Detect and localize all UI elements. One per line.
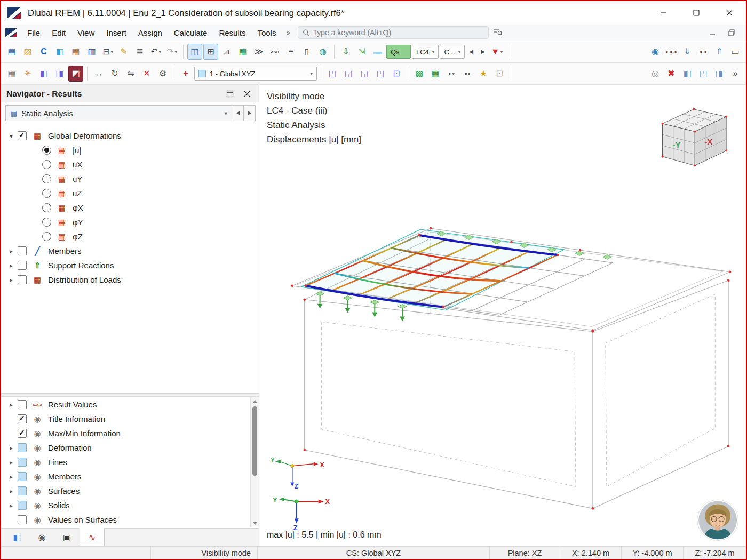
checkbox[interactable] xyxy=(18,515,27,524)
load-case-combo[interactable]: LC4 xyxy=(412,45,439,59)
decimal-places-button[interactable]: x.x xyxy=(696,44,711,60)
menu-insert[interactable]: Insert xyxy=(100,26,132,39)
measure-button[interactable]: ↔ xyxy=(91,66,106,82)
search-options-icon[interactable] xyxy=(493,28,503,37)
toolbar-overflow-button[interactable]: » xyxy=(728,66,743,82)
expander-icon[interactable] xyxy=(6,459,16,466)
open-model-button[interactable]: ▨ xyxy=(20,44,35,60)
checkbox[interactable] xyxy=(18,486,27,495)
previous-case-button[interactable]: ◀ xyxy=(466,44,476,60)
expander-icon[interactable] xyxy=(6,262,16,269)
radio-button[interactable] xyxy=(42,146,51,155)
materials-cart-button[interactable]: ▭ xyxy=(728,44,743,60)
export-sc-button[interactable]: >sc xyxy=(267,44,282,60)
trim-button[interactable]: ✕ xyxy=(139,66,154,82)
tab-data[interactable]: ◧ xyxy=(4,529,29,546)
child-minimize-button[interactable] xyxy=(705,27,719,38)
printout-report-button[interactable]: ≣ xyxy=(132,44,147,60)
expander-icon[interactable] xyxy=(6,487,16,495)
result-filter-button[interactable]: ▼ xyxy=(489,44,504,60)
tree-item-deformation[interactable]: Deformation xyxy=(1,441,250,455)
navigation-cube[interactable]: -Y -X xyxy=(662,108,728,167)
result-export-button[interactable]: ⇑ xyxy=(712,44,727,60)
comment-button[interactable]: ✎ xyxy=(116,44,131,60)
checkbox[interactable] xyxy=(18,443,27,452)
tree-item-maxmin-information[interactable]: Max/Min Information xyxy=(1,426,250,441)
mesh-settings-button[interactable]: ▦ xyxy=(428,66,443,82)
tree-item-phix[interactable]: φX xyxy=(1,201,250,215)
close-button[interactable] xyxy=(713,1,746,25)
zoom-region-button[interactable]: ◎ xyxy=(648,66,663,82)
coordinate-system-combo[interactable]: 1 - Global XYZ xyxy=(194,67,317,81)
workplane-xz-button[interactable]: ◨ xyxy=(52,66,67,82)
result-diagram-button[interactable]: ⊿ xyxy=(219,44,234,60)
radio-button[interactable] xyxy=(42,174,51,183)
analysis-type-combo[interactable]: ▤ Static Analysis xyxy=(5,105,232,121)
new-surface-button[interactable]: ◲ xyxy=(357,66,372,82)
view-in-direction-button[interactable]: ◳ xyxy=(696,66,711,82)
new-model-button[interactable]: ▤ xyxy=(4,44,19,60)
redo-button[interactable]: ↷ xyxy=(164,44,179,60)
printout-graphic-button[interactable]: ▦ xyxy=(68,44,83,60)
model-library-button[interactable]: ◧ xyxy=(52,44,67,60)
generate-mesh-button[interactable]: ▩ xyxy=(412,66,427,82)
workplane-xy-button[interactable]: ◧ xyxy=(36,66,51,82)
new-solid-button[interactable]: ⊡ xyxy=(389,66,404,82)
online-services-button[interactable]: ◍ xyxy=(315,44,330,60)
expander-icon[interactable] xyxy=(6,401,16,409)
dock-panel-icon[interactable] xyxy=(224,87,236,100)
tree-item-u-abs[interactable]: |u| xyxy=(1,143,250,157)
scroll-down-icon[interactable] xyxy=(252,522,258,525)
tree-item-surfaces[interactable]: Surfaces xyxy=(1,484,250,498)
coordinate-system-button[interactable]: + xyxy=(178,66,193,82)
tree-item-solids[interactable]: Solids xyxy=(1,498,250,513)
checkbox[interactable] xyxy=(18,400,27,409)
menu-edit[interactable]: Edit xyxy=(46,26,71,39)
assistant-avatar[interactable] xyxy=(697,499,738,541)
delete-results-button[interactable]: ✖ xyxy=(664,66,679,82)
load-cases-button[interactable]: ⇩ xyxy=(338,44,353,60)
load-symbol-combo[interactable]: Qs xyxy=(386,45,411,59)
layers-button[interactable]: ≡ xyxy=(283,44,298,60)
average-regions-button[interactable]: x xyxy=(444,66,459,82)
new-generated-button[interactable]: ★ xyxy=(476,66,491,82)
tree-item-support-reactions[interactable]: Support Reactions xyxy=(1,258,250,273)
navigator-panel-toggle[interactable]: ◫ xyxy=(187,44,202,60)
case-filter-combo[interactable]: C... xyxy=(440,45,465,59)
color-scale-swatch[interactable]: ▬ xyxy=(370,44,385,60)
expander-icon[interactable] xyxy=(6,247,16,255)
scrollbar-thumb[interactable] xyxy=(252,406,257,476)
save-button[interactable]: ▥ xyxy=(84,44,99,60)
radio-button[interactable] xyxy=(42,189,51,198)
tree-item-ux[interactable]: uX xyxy=(1,157,250,172)
extreme-values-button[interactable]: xx xyxy=(460,66,475,82)
tree-item-phiz[interactable]: φZ xyxy=(1,229,250,244)
new-line-button[interactable]: ◱ xyxy=(341,66,356,82)
menu-assign[interactable]: Assign xyxy=(132,26,168,39)
load-wizard-button[interactable]: ⇲ xyxy=(354,44,369,60)
checkbox[interactable] xyxy=(18,131,27,140)
previous-analysis-button[interactable] xyxy=(232,105,244,121)
menu-tools[interactable]: Tools xyxy=(251,26,282,39)
menu-overflow-chevrons[interactable]: » xyxy=(282,28,295,37)
min-max-values-button[interactable]: ⇓ xyxy=(680,44,695,60)
display-grid-button[interactable]: ▦ xyxy=(4,66,19,82)
tree-item-values-on-surfaces[interactable]: Values on Surfaces xyxy=(1,513,250,527)
tree-item-result-values[interactable]: Result Values xyxy=(1,397,250,412)
tree-item-uy[interactable]: uY xyxy=(1,172,250,186)
tree-item-title-information[interactable]: Title Information xyxy=(1,412,250,426)
new-node-button[interactable]: ◰ xyxy=(325,66,340,82)
tab-results[interactable]: ∿ xyxy=(80,528,105,546)
tree-item-lines[interactable]: Lines xyxy=(1,455,250,469)
print-button[interactable]: ⊟ xyxy=(100,44,115,60)
tab-views[interactable]: ▣ xyxy=(54,529,80,546)
export-tables-button[interactable]: ≫ xyxy=(251,44,266,60)
next-analysis-button[interactable] xyxy=(244,105,256,121)
model-view-canvas[interactable]: -Y -X X Y Z xyxy=(260,85,746,545)
tool-settings-button[interactable]: ⚙ xyxy=(155,66,170,82)
radio-button[interactable] xyxy=(42,232,51,241)
minimize-button[interactable] xyxy=(647,1,680,25)
expander-icon[interactable] xyxy=(6,473,16,481)
scroll-up-icon[interactable] xyxy=(252,400,258,403)
menu-results[interactable]: Results xyxy=(213,26,251,39)
